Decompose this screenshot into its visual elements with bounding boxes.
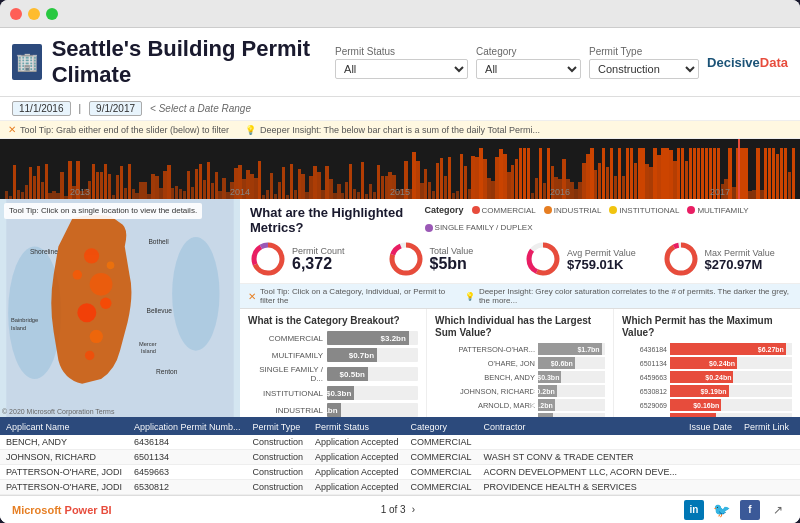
table-header-row: Applicant Name Application Permit Numb..…	[0, 419, 800, 435]
permit-status-filter: Permit Status All Application Accepted P…	[335, 46, 468, 79]
permit-number: 6436184	[622, 346, 667, 353]
individual-bar-row[interactable]: ARNOLD, MARK $0.2bn	[435, 399, 605, 411]
cell-total: $270,965,923	[795, 435, 800, 450]
individual-bar-fill: $0.3bn	[538, 371, 561, 383]
cell-permit-link	[738, 450, 795, 465]
share-icon[interactable]: ↗	[768, 500, 788, 520]
close-button[interactable]	[10, 8, 22, 20]
col-issue-date: Issue Date	[683, 419, 738, 435]
svg-text:Bellevue: Bellevue	[147, 307, 173, 314]
timeline-slider[interactable]: 2013 2014 2015 2016 2017	[0, 139, 800, 199]
cat-bar-track: $3.2bn	[327, 331, 418, 345]
individual-bar-row[interactable]: PATTERSON-O'HAR... $1.7bn	[435, 343, 605, 355]
end-date[interactable]: 9/1/2017	[89, 101, 142, 116]
facebook-icon[interactable]: f	[740, 500, 760, 520]
cell-permit-link	[738, 465, 795, 480]
multifamily-label: MULTIFAMILY	[697, 206, 748, 215]
cell-contractor	[478, 435, 683, 450]
cell-status: Application Accepted	[309, 435, 405, 450]
permit-bar-value: $0.24bn	[705, 374, 731, 381]
slider-years: 2013 2014 2015 2016 2017	[0, 187, 800, 197]
twitter-icon[interactable]: 🐦	[712, 500, 732, 520]
minimize-button[interactable]	[28, 8, 40, 20]
table-body: BENCH, ANDY 6436184 Construction Applica…	[0, 435, 800, 495]
cell-total: $243,009,152	[795, 450, 800, 465]
linkedin-icon[interactable]: in	[684, 500, 704, 520]
individual-bar-fill: $0.2bn	[538, 399, 555, 411]
industrial-label: INDUSTRIAL	[554, 206, 602, 215]
logo-area: DecisiveData	[707, 56, 788, 69]
header: 🏢 Seattle's Building Permit Climate Perm…	[0, 28, 800, 97]
permits-panel: Which Permit has the Maximum Value? 6436…	[614, 309, 800, 417]
individual-bar-row[interactable]: JOHNSON, RICHARD $0.2bn	[435, 385, 605, 397]
maximize-button[interactable]	[46, 8, 58, 20]
svg-point-10	[85, 351, 94, 360]
category-label: Category	[476, 46, 581, 57]
category-bar-row[interactable]: INDUSTRIAL $0.1bn	[248, 403, 418, 417]
category-bar-row[interactable]: MULTIFAMILY $0.7bn	[248, 348, 418, 362]
permit-bar-row[interactable]: 6529069 $0.16bn	[622, 399, 792, 411]
cell-issue-date	[683, 465, 738, 480]
individual-bar-row[interactable]: BENCH, ANDY $0.3bn	[435, 371, 605, 383]
deeper-insight-icon: 💡	[245, 125, 256, 135]
svg-text:Renton: Renton	[156, 368, 178, 375]
individual-bar-track: $0.3bn	[538, 371, 605, 383]
page-title: Seattle's Building Permit Climate	[52, 36, 335, 88]
next-page-button[interactable]: ›	[412, 504, 415, 515]
multifamily-dot	[687, 206, 695, 214]
cell-issue-date	[683, 435, 738, 450]
table-row[interactable]: BENCH, ANDY 6436184 Construction Applica…	[0, 435, 800, 450]
permit-bar-row[interactable]: 6530812 $9.19bn	[622, 385, 792, 397]
category-bar-row[interactable]: SINGLE FAMILY / D... $0.5bn	[248, 365, 418, 383]
svg-text:Island: Island	[11, 325, 26, 331]
cell-category: COMMERCIAL	[405, 435, 478, 450]
table-row[interactable]: PATTERSON-O'HARE, JODI 6459663 Construct…	[0, 465, 800, 480]
category-select[interactable]: All COMMERCIAL INDUSTRIAL	[476, 59, 581, 79]
max-value-info: Max Permit Value $270.97M	[705, 248, 775, 271]
col-permit-num: Application Permit Numb...	[128, 419, 247, 435]
cell-permit-link	[738, 480, 795, 495]
permit-bar-row[interactable]: 6501134 $0.24bn	[622, 357, 792, 369]
permit-count-info: Permit Count 6,372	[292, 246, 345, 272]
col-status: Permit Status	[309, 419, 405, 435]
individual-bar-row[interactable]: O'HARE, JON $0.6bn	[435, 357, 605, 369]
cell-permit-num: 6436184	[128, 435, 247, 450]
permit-bar-row[interactable]: 6459663 $0.24bn	[622, 371, 792, 383]
table-row[interactable]: PATTERSON-O'HARE, JODI 6530812 Construct…	[0, 480, 800, 495]
category-bar-row[interactable]: COMMERCIAL $3.2bn	[248, 331, 418, 345]
cell-permit-num: 6501134	[128, 450, 247, 465]
start-date[interactable]: 11/1/2016	[12, 101, 71, 116]
permit-number: 6501134	[622, 360, 667, 367]
date-range-select[interactable]: < Select a Date Range	[150, 103, 251, 114]
slider-handle-right[interactable]	[738, 139, 740, 199]
permit-bar-fill: $0.14bn	[670, 413, 716, 417]
permit-count-donut	[250, 241, 286, 277]
individual-bar-fill: $0.2bn	[538, 413, 553, 417]
individual-bar-track: $0.2bn	[538, 399, 605, 411]
individual-bar-value: $0.2bn	[533, 388, 555, 395]
individual-bar-track: $1.7bn	[538, 343, 605, 355]
permit-bar-fill: $6.27bn	[670, 343, 786, 355]
map-tooltip: Tool Tip: Click on a single location to …	[4, 203, 202, 219]
max-value-label: Max Permit Value	[705, 248, 775, 258]
cell-applicant: PATTERSON-O'HARE, JODI	[0, 480, 128, 495]
date-bar: 11/1/2016 | 9/1/2017 < Select a Date Ran…	[0, 97, 800, 121]
permit-bar-row[interactable]: 6436184 $6.27bn	[622, 343, 792, 355]
map-area[interactable]: Tool Tip: Click on a single location to …	[0, 199, 240, 417]
cat-bar-value: $0.5bn	[340, 370, 365, 379]
permit-type-select[interactable]: Construction Electrical Mechanical	[589, 59, 699, 79]
table-row[interactable]: JOHNSON, RICHARD 6501134 Construction Ap…	[0, 450, 800, 465]
wrench-icon: ✕	[8, 124, 16, 135]
svg-text:Island: Island	[141, 348, 156, 354]
total-value-donut	[388, 241, 424, 277]
permit-status-select[interactable]: All Application Accepted Permit Closed	[335, 59, 468, 79]
cell-category: COMMERCIAL	[405, 465, 478, 480]
permit-bar-fill: $9.19bn	[670, 385, 729, 397]
category-bar-row[interactable]: INSTITUTIONAL $0.3bn	[248, 386, 418, 400]
svg-point-4	[90, 273, 113, 296]
footer: Microsoft Power BI 1 of 3 › in 🐦 f ↗	[0, 495, 800, 523]
total-value-info: Total Value $5bn	[430, 246, 474, 272]
institutional-dot	[609, 206, 617, 214]
individual-bar-track: $0.2bn	[538, 385, 605, 397]
year-2016: 2016	[550, 187, 570, 197]
